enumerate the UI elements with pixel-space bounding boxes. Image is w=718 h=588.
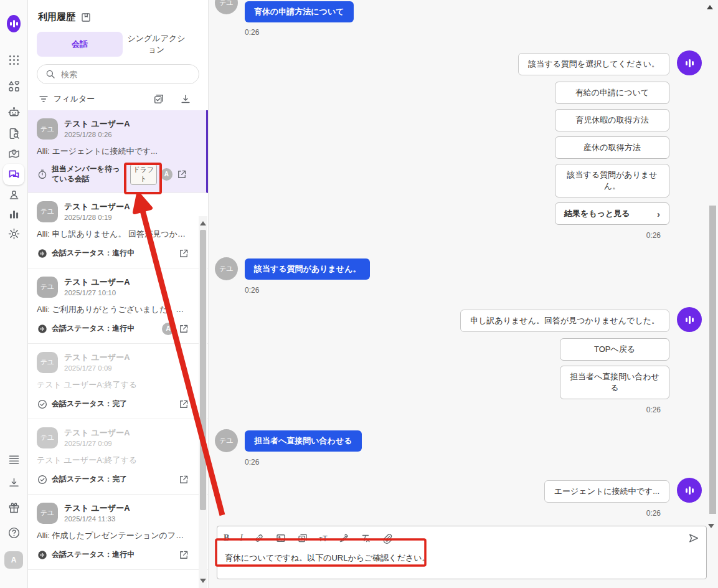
search-icon xyxy=(45,69,56,80)
customer-avatar: テユ xyxy=(215,0,238,14)
alli-status-icon xyxy=(37,323,48,334)
conversation-preview: Alli: エージェントに接続中です... xyxy=(37,146,187,157)
conversation-item[interactable]: テユ テスト ユーザーA 2025/1/27 0:09 テスト ユーザーA:終了… xyxy=(28,419,208,495)
open-external-icon[interactable] xyxy=(178,248,189,259)
help-icon[interactable] xyxy=(7,526,21,539)
conversation-user-name: テスト ユーザーA xyxy=(64,201,130,212)
open-external-icon[interactable] xyxy=(178,323,189,334)
chevron-right-icon: › xyxy=(657,209,660,219)
icon-rail: A xyxy=(0,0,28,588)
menu-icon[interactable] xyxy=(7,452,21,466)
chat-scrollbar-thumb[interactable] xyxy=(709,206,716,514)
filter-icon xyxy=(38,93,49,105)
conversation-status: 会話ステータス：進行中 xyxy=(52,550,135,560)
italic-icon[interactable]: I xyxy=(240,533,243,543)
image-icon[interactable] xyxy=(275,533,286,544)
conversation-date: 2025/1/24 11:33 xyxy=(64,515,130,523)
completed-check-icon xyxy=(37,399,48,410)
quick-reply-button[interactable]: 担当者へ直接問い合わせる xyxy=(560,366,669,399)
journey-map-icon[interactable] xyxy=(7,147,21,161)
bot-icon[interactable] xyxy=(7,105,21,119)
message-area: テユ 育休の申請方法について 0:26 該当する質問を選択してください。 有給の… xyxy=(215,0,702,526)
alli-logo xyxy=(7,15,21,32)
conversation-preview: Alli: ご利用ありがとうございました。… xyxy=(37,304,189,315)
search-input[interactable] xyxy=(61,70,191,79)
conversation-date: 2025/1/27 0:09 xyxy=(64,440,130,447)
apps-grid-icon[interactable] xyxy=(7,53,21,67)
composer-toolbar: B I тT xyxy=(224,531,700,546)
categories-icon[interactable] xyxy=(7,79,21,93)
see-more-results-button[interactable]: 結果をもっと見る › xyxy=(555,202,669,225)
quick-reply-button[interactable]: 産休の取得方法 xyxy=(555,136,669,159)
conversation-preview: テスト ユーザーA:終了する xyxy=(37,379,189,391)
user-avatar[interactable]: A xyxy=(4,551,23,569)
text-size-icon[interactable]: тT xyxy=(319,534,328,543)
bold-icon[interactable]: B xyxy=(224,533,229,543)
alli-status-icon xyxy=(37,549,48,561)
multi-select-icon[interactable] xyxy=(153,93,165,105)
open-external-icon[interactable] xyxy=(176,169,187,180)
chat-scroll-up-icon[interactable] xyxy=(707,5,713,9)
download-icon[interactable] xyxy=(7,476,21,490)
conversation-user-name: テスト ユーザーA xyxy=(64,427,130,439)
conversation-item[interactable]: テユ テスト ユーザーA 2025/1/27 10:10 Alli: ご利用あり… xyxy=(28,268,208,344)
alli-bot-avatar xyxy=(677,307,702,332)
quick-reply-button[interactable]: 育児休暇の取得方法 xyxy=(555,109,669,131)
quick-reply-button[interactable]: 有給の申請について xyxy=(555,82,669,104)
scrollbar-thumb[interactable] xyxy=(200,230,206,510)
conversation-item[interactable]: テユ テスト ユーザーA 2025/1/24 11:33 Alli: 作成したプ… xyxy=(28,495,208,570)
document-search-icon[interactable] xyxy=(7,126,21,140)
settings-icon[interactable] xyxy=(7,227,21,240)
open-external-icon[interactable] xyxy=(178,549,189,561)
customer-message: 担当者へ直接問い合わせる xyxy=(245,430,362,452)
conversation-date: 2025/1/28 0:19 xyxy=(64,214,130,221)
conversation-user-name: テスト ユーザーA xyxy=(64,118,130,130)
bot-message: 申し訳ありません。回答が見つかりませんでした。 xyxy=(460,310,669,332)
conversation-preview: テスト ユーザーA:終了する xyxy=(37,455,189,466)
quick-reply-button[interactable]: 該当する質問がありません。 xyxy=(555,164,669,197)
gift-icon[interactable] xyxy=(7,501,21,514)
scroll-down-icon[interactable] xyxy=(200,579,206,583)
sidebar-scrollbar[interactable] xyxy=(199,216,207,588)
agent-icon[interactable] xyxy=(7,187,21,201)
filter-label[interactable]: フィルター xyxy=(54,93,95,105)
attach-icon[interactable] xyxy=(382,533,393,544)
conversations-icon[interactable] xyxy=(3,164,24,185)
alli-bot-avatar xyxy=(677,50,702,75)
composer-input[interactable]: 育休についてですね。以下のURLからご確認ください。 xyxy=(225,552,699,577)
alli-bot-avatar xyxy=(677,478,702,503)
conversation-item[interactable]: テユ テスト ユーザーA 2025/1/27 0:09 テスト ユーザーA:終了… xyxy=(28,344,208,419)
avatar: テユ xyxy=(37,352,58,373)
tab-conversation[interactable]: 会話 xyxy=(37,32,123,57)
quick-reply-button[interactable]: TOPへ戻る xyxy=(560,338,669,361)
conversation-date: 2025/1/27 10:10 xyxy=(64,289,130,296)
release-note-icon[interactable] xyxy=(80,12,92,23)
send-icon[interactable] xyxy=(687,532,700,544)
open-external-icon[interactable] xyxy=(178,399,189,410)
alli-logo-icon[interactable] xyxy=(7,17,21,31)
avatar: テユ xyxy=(37,201,58,222)
highlight-pen-icon[interactable] xyxy=(338,533,349,544)
avatar: テユ xyxy=(37,277,58,298)
avatar: テユ xyxy=(37,503,58,524)
link-icon[interactable] xyxy=(253,533,265,544)
analytics-icon[interactable] xyxy=(7,207,21,220)
conversation-user-name: テスト ユーザーA xyxy=(64,352,130,363)
open-external-icon[interactable] xyxy=(178,474,189,485)
clear-format-icon[interactable] xyxy=(360,533,371,544)
customer-avatar: テユ xyxy=(215,429,238,452)
conversation-item[interactable]: テユ テスト ユーザーA 2025/1/28 0:26 Alli: エージェント… xyxy=(28,110,208,193)
scroll-up-icon[interactable] xyxy=(200,221,206,225)
page-title: 利用履歴 xyxy=(38,11,75,23)
search-box[interactable] xyxy=(37,64,199,84)
tab-single-action[interactable]: シングルアクション xyxy=(126,33,186,55)
video-embed-icon[interactable] xyxy=(297,533,308,544)
assignee-avatar: A xyxy=(162,323,174,335)
chat-scroll-down-icon[interactable] xyxy=(708,524,714,528)
message-time: 0:26 xyxy=(215,509,661,518)
conversation-item[interactable]: テユ テスト ユーザーA 2025/1/28 0:19 Alli: 申し訳ありま… xyxy=(28,193,208,268)
export-download-icon[interactable] xyxy=(179,93,192,105)
reply-composer[interactable]: B I тT xyxy=(217,526,707,579)
conversation-preview: Alli: 申し訳ありません。 回答が見つか… xyxy=(37,229,189,240)
conversation-list: テユ テスト ユーザーA 2025/1/28 0:26 Alli: エージェント… xyxy=(28,110,208,588)
